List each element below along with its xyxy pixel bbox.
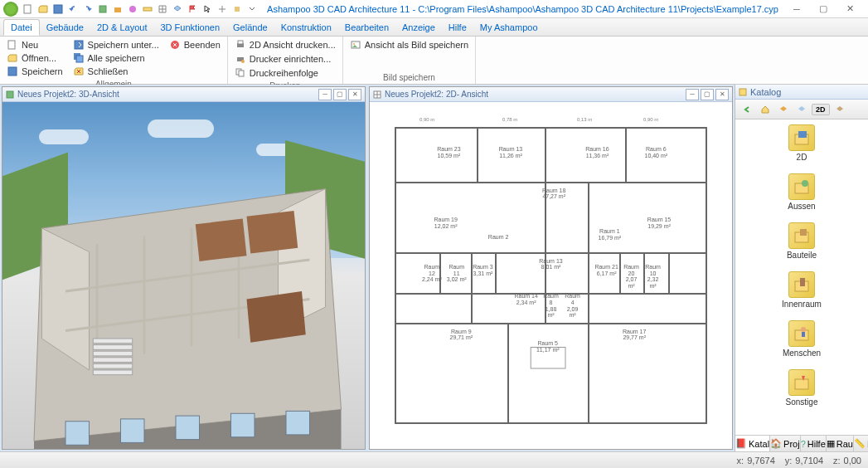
room-label: Raum 1519,29 m² <box>638 217 681 229</box>
status-bar: x:9,7674 y:9,7104 z:0,00 <box>0 451 868 468</box>
ribbon-oeffnen-button[interactable]: Öffnen... <box>5 51 65 65</box>
window-title: Ashampoo 3D CAD Architecture 11 - C:\Pro… <box>259 4 787 14</box>
panel-2d-min-button[interactable]: ─ <box>686 89 699 100</box>
qat-save-icon[interactable] <box>51 2 65 16</box>
ribbon-speichern-unter-button[interactable]: Speichern unter... <box>71 38 161 51</box>
ribbon-2d-drucken-button[interactable]: 2D Ansicht drucken... <box>233 38 337 51</box>
svg-rect-42 <box>121 419 145 443</box>
menu-hilfe[interactable]: Hilfe <box>442 20 473 35</box>
catalog-tabs: 📕Katal 🏠Proj ?Hilfe ▦Rau 📏Mass <box>735 435 868 451</box>
ribbon-group-drucken: 2D Ansicht drucken... Drucker einrichten… <box>228 37 343 84</box>
ribbon-schliessen-button[interactable]: Schließen <box>71 65 161 78</box>
catalog-body: 2D Aussen Bauteile Innenraum Menschen So… <box>735 119 868 435</box>
catalog-tab-katal[interactable]: 📕Katal <box>735 436 770 451</box>
app-logo-icon <box>3 2 18 17</box>
qat-grid-icon[interactable] <box>156 2 169 16</box>
qat-undo-icon[interactable] <box>66 2 80 16</box>
qat-new-icon[interactable] <box>22 2 35 16</box>
catalog-more-button[interactable] <box>832 102 848 117</box>
room-label: Raum 116,79 m² <box>594 228 625 241</box>
panel-2d-close-button[interactable]: ✕ <box>715 89 729 100</box>
folder-bauteile-icon <box>788 222 815 249</box>
catalog-2d-badge[interactable]: 2D <box>812 104 830 115</box>
qat-tool3-icon[interactable] <box>230 2 244 16</box>
qat-cross-icon[interactable] <box>216 2 229 16</box>
close-button[interactable]: ✕ <box>840 2 860 16</box>
catalog-tab-proj[interactable]: 🏠Proj <box>770 436 801 451</box>
menu-gebaeude[interactable]: Gebäude <box>40 20 90 35</box>
menu-anzeige[interactable]: Anzeige <box>395 20 442 35</box>
room-label: Raum 81,88 m² <box>541 293 560 319</box>
menu-datei[interactable]: Datei <box>3 19 40 36</box>
maximize-button[interactable]: ▢ <box>813 2 833 16</box>
svg-rect-21 <box>7 91 13 98</box>
svg-rect-34 <box>93 339 133 344</box>
room-label: Raum 113,02 m² <box>446 264 468 283</box>
ribbon-ansicht-bild-speichern-button[interactable]: Ansicht als Bild speichern <box>348 38 470 51</box>
svg-marker-33 <box>247 291 306 343</box>
room-label: Raum 929,71 m² <box>421 329 502 341</box>
catalog-item-2d[interactable]: 2D <box>788 124 815 162</box>
qat-flag-icon[interactable] <box>186 2 199 16</box>
panel-3d-close-button[interactable]: ✕ <box>348 89 361 100</box>
menu-3dfunktionen[interactable]: 3D Funktionen <box>154 20 227 35</box>
minimize-button[interactable]: ─ <box>787 2 807 16</box>
catalog-title: Katalog <box>750 87 781 97</box>
qat-cursor-icon[interactable] <box>201 2 214 16</box>
catalog-tab-mass[interactable]: 📏Mass <box>854 436 868 451</box>
ribbon-speichern-button[interactable]: Speichern <box>5 65 65 78</box>
save-disk-icon <box>7 66 18 77</box>
qat-ruler-icon[interactable] <box>141 2 154 16</box>
catalog-tab-rau[interactable]: ▦Rau <box>827 436 854 451</box>
ribbon-drucker-einrichten-button[interactable]: Drucker einrichten... <box>233 52 337 66</box>
qat-3d-icon[interactable] <box>96 2 109 16</box>
catalog-home-button[interactable] <box>757 102 773 117</box>
status-z: z:0,00 <box>833 456 861 466</box>
menu-konstruktion[interactable]: Konstruktion <box>274 20 338 35</box>
ribbon-beenden-button[interactable]: Beenden <box>167 38 222 51</box>
catalog-header-icon <box>739 88 747 96</box>
catalog-header: Katalog <box>735 85 868 100</box>
panel-3d-viewport[interactable] <box>2 102 365 449</box>
menu-myashampoo[interactable]: My Ashampoo <box>473 20 545 35</box>
qat-open-icon[interactable] <box>36 2 50 16</box>
svg-rect-37 <box>93 358 133 363</box>
ribbon-alle-speichern-button[interactable]: Alle speichern <box>71 51 161 65</box>
folder-aussen-icon <box>788 173 815 200</box>
catalog-layer-button[interactable] <box>793 102 810 117</box>
panel-2d-viewport[interactable]: 0,90 m 0,78 m 0,13 m 0,90 m <box>370 102 732 449</box>
ribbon-neu-button[interactable]: Neu <box>5 38 65 51</box>
dim-label: 0,13 m <box>577 117 592 122</box>
catalog-item-innenraum[interactable]: Innenraum <box>782 271 822 309</box>
panel-2d-max-button[interactable]: ▢ <box>701 89 714 100</box>
measure-icon: 📏 <box>854 438 866 449</box>
catalog-item-bauteile[interactable]: Bauteile <box>787 222 817 260</box>
menu-gelaende[interactable]: Gelände <box>226 20 274 35</box>
ribbon-druckreihenfolge-button[interactable]: Druckreihenfolge <box>233 66 337 80</box>
svg-rect-2 <box>99 6 106 12</box>
catalog-item-menschen[interactable]: Menschen <box>783 320 821 358</box>
qat-redo-icon[interactable] <box>81 2 95 16</box>
folder-innenraum-icon <box>788 271 815 298</box>
menu-2dlayout[interactable]: 2D & Layout <box>90 20 154 35</box>
menu-bar: Datei Gebäude 2D & Layout 3D Funktionen … <box>0 18 868 37</box>
house-icon: 🏠 <box>770 438 782 449</box>
book-icon: 📕 <box>735 438 747 449</box>
room-label: Raum 1729,77 m² <box>594 329 675 341</box>
qat-tool1-icon[interactable] <box>111 2 124 16</box>
qat-dropdown-icon[interactable] <box>245 2 259 16</box>
catalog-back-button[interactable] <box>739 102 755 117</box>
panel-3d-min-button[interactable]: ─ <box>318 89 332 100</box>
dim-label: 0,78 m <box>502 117 517 122</box>
room-label: Raum 102,32 m² <box>643 264 662 290</box>
qat-layers-icon[interactable] <box>171 2 184 16</box>
menu-bearbeiten[interactable]: Bearbeiten <box>338 20 395 35</box>
catalog-tab-hilfe[interactable]: ?Hilfe <box>801 436 827 451</box>
catalog-item-sonstige[interactable]: Sonstige <box>786 369 818 407</box>
panel-3d-max-button[interactable]: ▢ <box>333 89 347 100</box>
catalog-item-aussen[interactable]: Aussen <box>788 173 815 211</box>
ribbon: Neu Öffnen... Speichern Speichern unter.… <box>0 37 868 85</box>
catalog-obj-button[interactable] <box>775 102 792 117</box>
qat-tool2-icon[interactable] <box>126 2 139 16</box>
svg-rect-5 <box>143 7 152 11</box>
